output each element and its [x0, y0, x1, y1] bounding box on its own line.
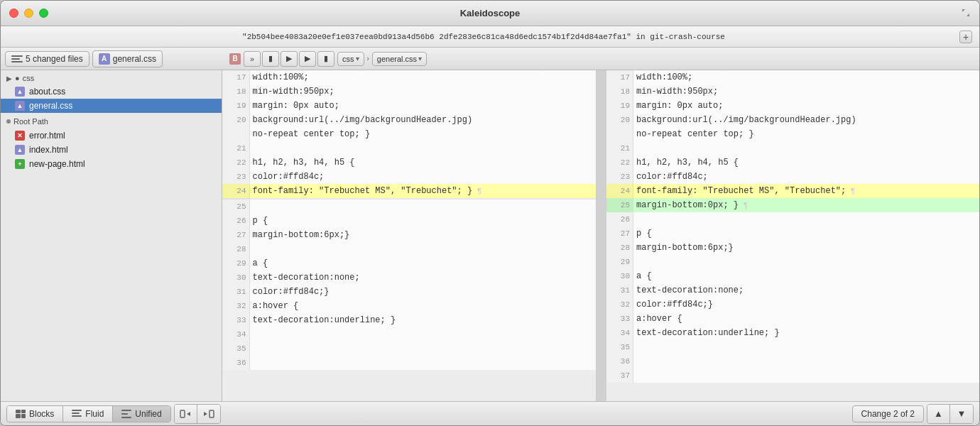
sidebar-item-general-css[interactable]: ▲ general.css [1, 99, 222, 113]
changed-files-button[interactable]: 5 changed files [5, 51, 89, 67]
general-css-label: general.css [29, 101, 72, 111]
nav-left-icon [180, 409, 191, 419]
line-number: 22 [222, 155, 249, 170]
css-group-dot: ● [15, 74, 20, 82]
table-row: 27p { [606, 226, 980, 241]
nav-btn-2[interactable]: ▮ [262, 51, 279, 67]
unified-icon [121, 410, 131, 418]
nav-diff-left[interactable] [175, 405, 197, 423]
breadcrumb-css[interactable]: css ▾ [337, 52, 364, 66]
view-mode-group: Blocks Fluid Unified [6, 405, 171, 422]
line-content: no-repeat center top; } [633, 127, 980, 141]
table-row: 21 [606, 141, 980, 155]
breadcrumb-file[interactable]: general.css ▾ [372, 52, 427, 66]
table-row: 19 margin: 0px auto; [222, 99, 596, 113]
table-row: 33a:hover { [606, 312, 980, 326]
add-button[interactable]: + [959, 31, 972, 43]
line-number: 26 [606, 212, 633, 226]
expand-icon[interactable] [961, 8, 972, 19]
nav-btn-1[interactable]: » [244, 51, 261, 67]
breadcrumb-file-dropdown-icon: ▾ [418, 55, 422, 62]
line-content: text-decoration:none; [249, 271, 596, 285]
sidebar-item-about-css[interactable]: ▲ about.css [1, 84, 222, 99]
view-blocks-button[interactable]: Blocks [7, 406, 63, 422]
next-change-button[interactable]: ▼ [950, 405, 973, 423]
table-row: 22h1, h2, h3, h4, h5 { [606, 155, 980, 170]
nav-btn-5[interactable]: ▮ [317, 51, 334, 67]
line-number: 29 [606, 255, 633, 269]
line-content: margin-bottom:6px;} [249, 228, 596, 242]
root-path-dot [6, 119, 11, 124]
table-row: 31 color:#ffd84c;} [222, 285, 596, 299]
table-row: 23 color:#ffd84c; [606, 170, 980, 184]
table-row: 33 text-decoration:underline; } [222, 313, 596, 327]
line-number: 19 [222, 99, 249, 113]
line-number: 32 [606, 297, 633, 312]
line-number: 24 [606, 184, 633, 198]
fluid-icon [72, 410, 82, 418]
minimize-button[interactable] [24, 9, 33, 18]
diff-pane-right[interactable]: 17 width:100%;18 min-width:950px;19 marg… [606, 70, 980, 401]
index-html-label: index.html [29, 145, 68, 155]
sidebar-item-index-html[interactable]: ▲ index.html [1, 143, 222, 157]
line-content: background:url(../img/backgroundHeader.j… [633, 113, 980, 127]
line-content: color:#ffd84c; [249, 170, 596, 184]
view-blocks-label: Blocks [29, 409, 54, 419]
table-row: no-repeat center top; } [222, 127, 596, 141]
diff-area: 17 width:100%;18 min-width:950px;19 marg… [222, 70, 979, 401]
line-number: 31 [606, 283, 633, 297]
table-row: 29 [606, 255, 980, 269]
line-content: margin-bottom:0px; } ¶ [633, 198, 980, 212]
diff-table-right: 17 width:100%;18 min-width:950px;19 marg… [606, 70, 980, 383]
line-number: 25 [606, 198, 633, 212]
label-b: B [229, 53, 241, 65]
table-row: 35 [606, 340, 980, 354]
commit-bar: "2b504bee4083a20e0ef1e037eea0bd913a4d56b… [1, 26, 979, 48]
bottom-toolbar: Blocks Fluid Unified [1, 401, 979, 425]
view-fluid-button[interactable]: Fluid [63, 406, 113, 422]
css-group-expand: ▶ [6, 75, 12, 82]
close-button[interactable] [9, 9, 18, 18]
about-css-icon: ▲ [15, 87, 25, 97]
sidebar-item-new-page-html[interactable]: + new-page.html [1, 157, 222, 171]
table-row: 22h1, h2, h3, h4, h5 { [222, 155, 596, 170]
root-path-label: Root Path [13, 117, 48, 126]
nav-btn-3[interactable]: ▶ [281, 51, 298, 67]
table-row: 18 min-width:950px; [222, 84, 596, 99]
traffic-lights [9, 9, 48, 18]
line-number: 20 [606, 113, 633, 127]
pilcrow-mark: ¶ [846, 187, 855, 195]
scrollbar-gutter[interactable] [597, 70, 606, 401]
line-number: 30 [222, 271, 249, 285]
nav-diff-group [174, 404, 221, 424]
table-row: 27 margin-bottom:6px;} [222, 228, 596, 242]
line-content [249, 242, 596, 256]
breadcrumb-area: B » ▮ ▶ ▶ ▮ css ▾ › general.css ▾ [229, 51, 975, 67]
line-number: 27 [606, 226, 633, 241]
sidebar-item-error-html[interactable]: ✕ error.html [1, 129, 222, 143]
line-number: 19 [606, 99, 633, 113]
new-page-html-icon: + [15, 159, 25, 169]
line-number: 36 [222, 356, 249, 370]
table-row: 26p { [222, 214, 596, 228]
line-number: 17 [606, 70, 633, 84]
root-path-group: Root Path ✕ error.html ▲ index.html + ne… [1, 114, 222, 171]
prev-change-button[interactable]: ▲ [927, 405, 950, 423]
line-number: 28 [222, 242, 249, 256]
line-number: 26 [222, 214, 249, 228]
diff-pane-left[interactable]: 17 width:100%;18 min-width:950px;19 marg… [222, 70, 597, 401]
index-html-icon: ▲ [15, 145, 25, 155]
table-row: 37 [606, 368, 980, 383]
table-row: 29a { [222, 256, 596, 271]
nav-btn-4[interactable]: ▶ [299, 51, 316, 67]
view-unified-button[interactable]: Unified [113, 406, 170, 422]
general-css-icon: ▲ [15, 101, 25, 111]
maximize-button[interactable] [39, 9, 48, 18]
line-number: 28 [606, 241, 633, 255]
table-row: 32a:hover { [222, 299, 596, 313]
line-content: margin: 0px auto; [249, 99, 596, 113]
line-content [249, 327, 596, 342]
nav-diff-right[interactable] [197, 405, 220, 423]
view-unified-label: Unified [135, 409, 161, 419]
file-a-selector[interactable]: A general.css [92, 50, 163, 67]
